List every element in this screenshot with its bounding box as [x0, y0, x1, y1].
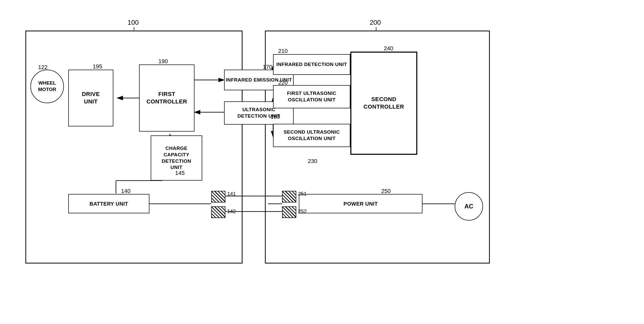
ac-circle: AC — [455, 192, 483, 221]
wheel-motor-label: WHEEL MOTOR — [38, 80, 56, 93]
first-controller-block: FIRST CONTROLLER — [139, 64, 194, 132]
connector-142-id: 142 — [227, 208, 236, 214]
charge-capacity-id: 145 — [175, 170, 185, 176]
wheel-motor-id: 122 — [38, 64, 48, 71]
first-controller-id: 190 — [158, 58, 168, 65]
first-ultrasonic-block: FIRST ULTRASONIC OSCILLATION UNIT — [273, 85, 350, 108]
battery-unit-label: BATTERY UNIT — [89, 200, 128, 207]
second-ultrasonic-id: 230 — [308, 158, 317, 165]
wheel-motor-block: WHEEL MOTOR — [30, 70, 64, 103]
connector-141 — [211, 191, 225, 202]
second-ultrasonic-block: SECOND ULTRASONIC OSCILLATION UNIT — [273, 124, 350, 147]
first-ultrasonic-id: 220 — [278, 79, 288, 86]
second-ultrasonic-label: SECOND ULTRASONIC OSCILLATION UNIT — [284, 129, 340, 142]
power-unit-label: POWER UNIT — [344, 200, 378, 207]
power-unit-block: POWER UNIT — [299, 194, 422, 213]
power-unit-id: 250 — [381, 188, 391, 195]
infrared-emission-id: 170 — [263, 64, 272, 70]
battery-unit-block: BATTERY UNIT — [68, 194, 149, 213]
second-controller-label: SECOND CONTROLLER — [363, 96, 404, 110]
ac-label: AC — [464, 202, 473, 210]
infrared-detection-id: 210 — [278, 48, 288, 54]
svg-rect-2 — [26, 31, 242, 263]
second-controller-id: 240 — [384, 45, 393, 52]
infrared-detection-block: INFRARED DETECTION UNIT — [273, 54, 350, 75]
first-ultrasonic-label: FIRST ULTRASONIC OSCILLATION UNIT — [287, 90, 336, 103]
connector-252-id: 252 — [298, 208, 307, 214]
infrared-detection-label: INFRARED DETECTION UNIT — [276, 61, 347, 68]
connector-251 — [282, 191, 296, 202]
second-controller-block: SECOND CONTROLLER — [350, 52, 417, 155]
battery-unit-id: 140 — [121, 188, 131, 195]
arrows-svg — [0, 0, 644, 324]
first-controller-label: FIRST CONTROLLER — [147, 91, 187, 105]
connector-251-id: 251 — [298, 191, 307, 197]
ultrasonic-detection-id: 180 — [270, 114, 280, 120]
connector-142 — [211, 206, 225, 218]
drive-unit-block: DRIVE UNIT — [68, 70, 113, 126]
connector-252 — [282, 206, 296, 218]
charge-capacity-label: CHARGE CAPACITY DETECTION UNIT — [162, 145, 191, 171]
drive-unit-id: 195 — [93, 63, 102, 70]
diagram: 100 200 WHEEL MOTOR 122 DRIVE UNIT 195 F… — [0, 0, 644, 324]
system2-label: 200 — [370, 19, 381, 27]
system1-label: 100 — [128, 19, 139, 27]
drive-unit-label: DRIVE UNIT — [82, 91, 100, 105]
connector-141-id: 141 — [227, 191, 236, 197]
